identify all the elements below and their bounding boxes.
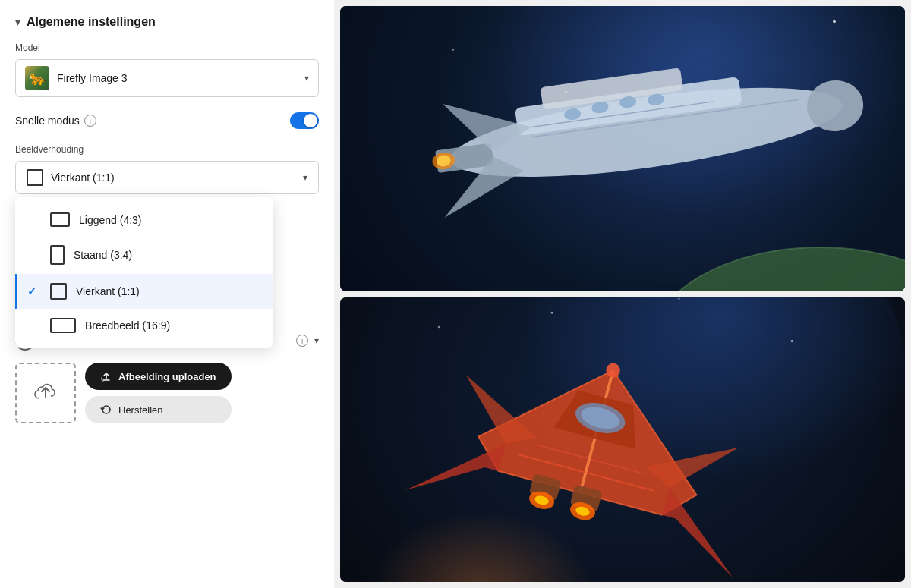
model-selector[interactable]: 🐆 Firefly Image 3 ▾ [15, 59, 319, 97]
object-right: i ▾ [296, 335, 319, 347]
square-label: Vierkant (1:1) [76, 285, 140, 297]
selected-bar [15, 274, 17, 309]
left-panel: ▾ Algemene instellingen Model 🐆 Firefly … [0, 0, 334, 588]
square-icon [50, 283, 67, 300]
reset-button-icon [100, 404, 112, 416]
image-card-2 [340, 297, 905, 583]
section-title: Algemene instellingen [27, 15, 156, 29]
quick-mode-toggle[interactable] [290, 112, 319, 129]
image-card-1 [340, 6, 905, 291]
upload-drop-icon [32, 377, 59, 410]
dropdown-item-landscape[interactable]: ✓ Liggend (4:3) [15, 203, 273, 236]
quick-mode-info-icon[interactable]: i [84, 115, 96, 127]
aspect-square-icon [27, 169, 43, 186]
model-name: Firefly Image 3 [57, 72, 128, 84]
aspect-chevron-icon: ▾ [303, 172, 307, 183]
object-info-icon[interactable]: i [296, 335, 308, 347]
portrait-label: Staand (3:4) [74, 249, 132, 261]
aspect-ratio-dropdown: ✓ Liggend (4:3) ✓ Staand (3:4) ✓ Vierkan… [15, 197, 273, 348]
quick-mode-label: Snelle modus [15, 115, 80, 127]
dropdown-item-wide[interactable]: ✓ Breedbeeld (16:9) [15, 309, 273, 342]
landscape-icon [50, 212, 70, 227]
model-chevron-icon: ▾ [304, 73, 309, 83]
dropdown-item-square[interactable]: ✓ Vierkant (1:1) [15, 274, 273, 309]
aspect-select-text: Vierkant (1:1) [51, 171, 115, 184]
aspect-ratio-select[interactable]: Vierkant (1:1) ▾ [15, 161, 319, 194]
object-chevron-icon: ▾ [314, 335, 319, 346]
upload-button-label: Afbeelding uploaden [118, 371, 216, 382]
upload-button-icon [100, 370, 112, 382]
reset-button-label: Herstellen [118, 404, 163, 416]
dropdown-item-portrait[interactable]: ✓ Staand (3:4) [15, 236, 273, 274]
model-thumbnail: 🐆 [25, 66, 49, 90]
wide-icon [50, 318, 76, 333]
wide-label: Breedbeeld (16:9) [85, 319, 170, 332]
upload-buttons: Afbeelding uploaden Herstellen [85, 363, 232, 423]
aspect-ratio-label: Beeldverhouding [15, 144, 319, 155]
model-selector-left: 🐆 Firefly Image 3 [25, 66, 128, 90]
aspect-select-left: Vierkant (1:1) [27, 169, 115, 186]
spaceship-1-svg [340, 6, 905, 291]
reset-button[interactable]: Herstellen [85, 396, 232, 423]
toggle-knob [304, 114, 317, 127]
landscape-label: Liggend (4:3) [79, 214, 142, 226]
spaceship-2-svg [340, 297, 905, 583]
aspect-ratio-container: Vierkant (1:1) ▾ ✓ Liggend (4:3) ✓ Staan… [15, 161, 319, 194]
svg-point-6 [833, 20, 836, 23]
quick-mode-label-group: Snelle modus i [15, 115, 96, 127]
portrait-icon [50, 245, 65, 265]
model-label: Model [15, 42, 319, 53]
svg-point-31 [438, 325, 440, 328]
upload-area: Afbeelding uploaden Herstellen [15, 363, 319, 423]
section-header: ▾ Algemene instellingen [15, 15, 319, 29]
upload-button[interactable]: Afbeelding uploaden [85, 363, 232, 390]
collapse-icon[interactable]: ▾ [15, 16, 20, 28]
right-panel [334, 0, 911, 588]
check-square-icon: ✓ [27, 285, 41, 297]
quick-mode-row: Snelle modus i [15, 112, 319, 129]
upload-drop-zone[interactable] [15, 363, 76, 423]
svg-point-7 [452, 49, 454, 51]
